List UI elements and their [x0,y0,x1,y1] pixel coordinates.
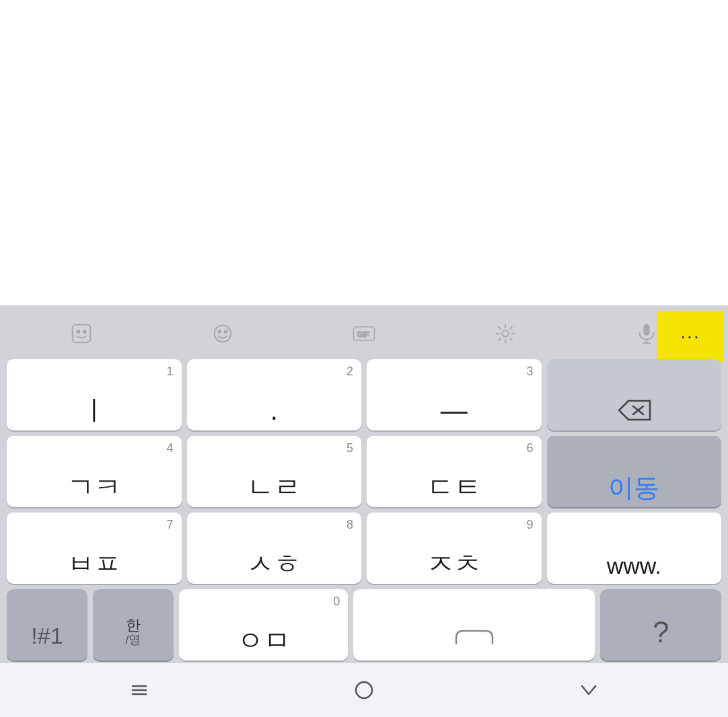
key-ㅂㅍ[interactable]: 7 ㅂㅍ [7,513,182,584]
gif-button[interactable]: GIF [293,315,435,352]
svg-point-4 [218,330,221,333]
move-key[interactable]: 이동 [547,436,722,507]
down-nav-icon [577,678,601,702]
key-row-4: !#1 한 /영 0 ㅇㅁ [7,589,721,661]
down-nav-button[interactable] [562,670,616,710]
settings-icon [494,322,517,345]
svg-rect-0 [73,325,90,342]
home-nav-button[interactable] [337,670,391,710]
svg-point-3 [215,326,231,342]
svg-text:GIF: GIF [357,330,369,338]
key-ㅅㅎ[interactable]: 8 ㅅㅎ [187,513,362,584]
space-icon [451,626,498,644]
delete-key[interactable] [547,359,722,430]
gif-icon: GIF [353,322,375,345]
key-row-1: 1 ㅣ 2 . 3 ― [7,359,721,430]
svg-point-17 [356,682,372,698]
more-button[interactable]: ··· [657,311,724,362]
sticker-icon [70,322,93,345]
key-ㅈㅊ[interactable]: 9 ㅈㅊ [367,513,542,584]
keyboard-container: GIF ··· [0,305,728,663]
back-nav-icon [127,678,151,702]
key-ㅣ[interactable]: 1 ㅣ [7,359,182,430]
emoji-icon [211,322,234,345]
key-ㄱㅋ[interactable]: 4 ㄱㅋ [7,436,182,507]
nav-bar [0,663,728,717]
toolbar: GIF ··· [4,311,724,359]
emoji-button[interactable] [152,315,293,352]
keyboard-wrapper: GIF ··· [0,0,728,717]
settings-button[interactable] [435,315,576,352]
svg-point-5 [225,330,227,333]
key-ㄷㅌ[interactable]: 6 ㄷㅌ [367,436,542,507]
key-dot[interactable]: 2 . [187,359,362,430]
key-dash[interactable]: 3 ― [367,359,542,430]
svg-point-8 [502,330,508,336]
svg-rect-9 [643,324,649,336]
key-row-3: 7 ㅂㅍ 8 ㅅㅎ 9 ㅈㅊ www. [7,513,721,584]
svg-point-1 [77,330,79,333]
key-www[interactable]: www. [547,513,722,584]
question-key[interactable]: ? [600,589,721,661]
home-nav-icon [352,678,376,702]
special-key[interactable]: !#1 [7,589,87,661]
key-ㅇㅁ[interactable]: 0 ㅇㅁ [179,589,348,661]
key-row-2: 4 ㄱㅋ 5 ㄴㄹ 6 ㄷㅌ 이동 [7,436,721,507]
sticker-button[interactable] [11,315,152,352]
key-ㄴㄹ[interactable]: 5 ㄴㄹ [187,436,362,507]
space-key[interactable] [353,589,595,661]
svg-point-2 [83,330,86,333]
back-nav-button[interactable] [112,670,166,710]
delete-icon [616,397,651,424]
more-dots: ··· [680,326,700,347]
key-rows: 1 ㅣ 2 . 3 ― [4,359,724,663]
mic-icon [635,322,658,345]
lang-switch-key[interactable]: 한 /영 [93,589,174,661]
